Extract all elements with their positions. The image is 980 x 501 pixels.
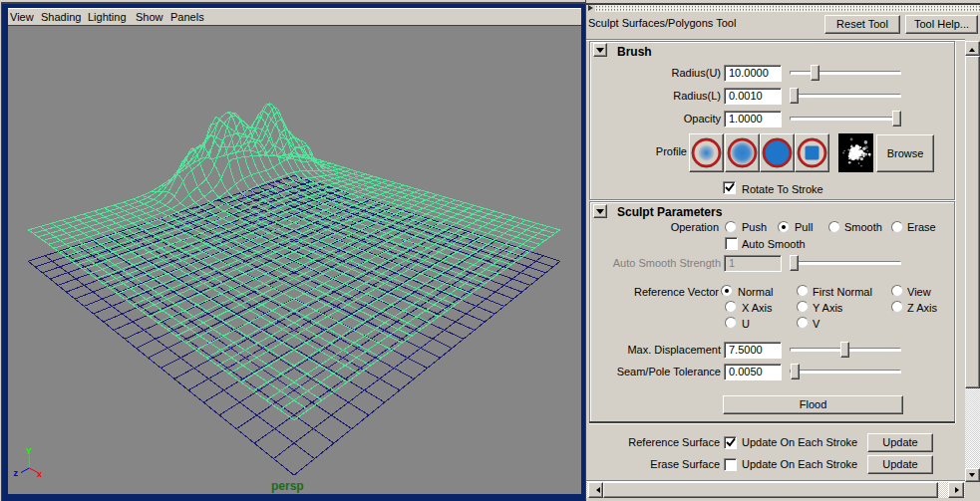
svg-text:z: z: [14, 468, 19, 478]
svg-text:Y: Y: [26, 446, 32, 456]
svg-text:x: x: [37, 469, 42, 479]
